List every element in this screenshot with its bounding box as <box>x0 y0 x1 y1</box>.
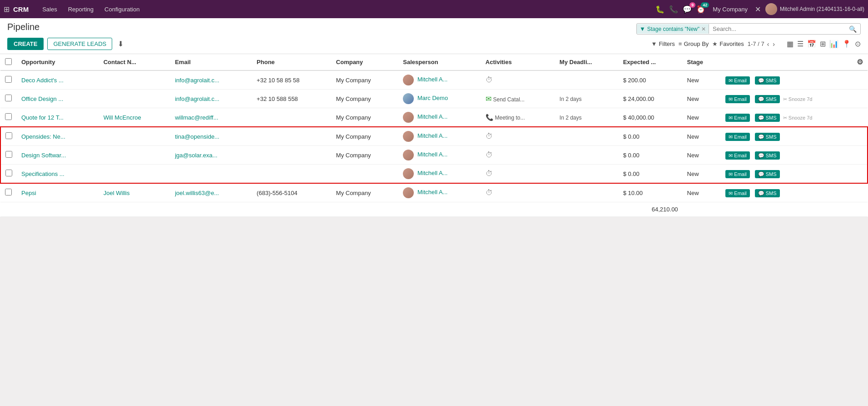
row-checkbox[interactable] <box>5 76 12 83</box>
phone-icon[interactable]: 📞 <box>669 5 678 14</box>
salesperson-cell: Mitchell A... <box>398 70 481 90</box>
user-menu[interactable]: Mitchell Admin (21404131-16-0-all) <box>765 3 864 15</box>
map-view-icon[interactable]: 📍 <box>842 40 851 48</box>
email-button[interactable]: ✉ Email <box>725 95 750 103</box>
sms-button[interactable]: 💬 SMS <box>755 114 780 122</box>
email-link[interactable]: joel.willis63@e... <box>175 190 219 196</box>
email-button[interactable]: ✉ Email <box>725 133 750 141</box>
email-button[interactable]: ✉ Email <box>725 189 750 197</box>
calendar-view-icon[interactable]: 📅 <box>807 40 816 48</box>
sms-button[interactable]: 💬 SMS <box>755 133 780 141</box>
opportunity-link[interactable]: Opensides: Ne... <box>21 133 65 140</box>
snooze-button[interactable]: ✂ Snooze 7d <box>783 115 813 120</box>
company-cell: My Company <box>332 183 399 202</box>
row-checkbox[interactable] <box>5 151 12 158</box>
email-link[interactable]: info@agrolait.c... <box>175 77 219 84</box>
stage-badge: New <box>687 95 699 102</box>
bug-icon[interactable]: 🐛 <box>655 5 665 14</box>
pipeline-table: Opportunity Contact N... Email Phone Com… <box>0 54 868 217</box>
col-expected: Expected ... <box>619 54 683 70</box>
row-checkbox[interactable] <box>5 132 12 139</box>
email-link[interactable]: info@agrolait.c... <box>175 95 219 102</box>
generate-leads-button[interactable]: GENERATE LEADS <box>47 38 112 50</box>
contact-link[interactable]: Joel Willis <box>104 190 130 196</box>
col-checkbox <box>0 54 17 70</box>
email-link[interactable]: willmac@rediff... <box>175 114 218 121</box>
col-stage: Stage <box>683 54 721 70</box>
salesperson-link[interactable]: Mitchell A... <box>417 76 447 83</box>
sms-button[interactable]: 💬 SMS <box>755 95 780 103</box>
company-cell <box>332 165 399 184</box>
contact-cell <box>99 165 170 184</box>
activity-icon[interactable]: ⏰ 42 <box>696 5 705 14</box>
chart-view-icon[interactable]: 📊 <box>829 40 838 48</box>
salesperson-link[interactable]: Mitchell A... <box>417 189 447 195</box>
next-page[interactable]: › <box>772 40 776 49</box>
kanban-view-icon[interactable]: ▦ <box>787 40 794 48</box>
row-checkbox[interactable] <box>5 170 12 176</box>
email-cell: tina@openside... <box>170 127 252 146</box>
list-view-icon[interactable]: ☰ <box>797 40 804 48</box>
email-button[interactable]: ✉ Email <box>725 76 750 85</box>
salesperson-link[interactable]: Mitchell A... <box>417 170 447 176</box>
groupby-button[interactable]: ≡ Group By <box>679 40 709 47</box>
column-settings-icon[interactable]: ⚙ <box>857 58 863 66</box>
email-link[interactable]: jga@solar.exa... <box>175 152 217 159</box>
app-name[interactable]: CRM <box>13 5 29 13</box>
email-link[interactable]: tina@openside... <box>175 133 219 140</box>
expected-cell: $ 0.00 <box>619 146 683 165</box>
email-button[interactable]: ✉ Email <box>725 170 750 178</box>
opportunity-link[interactable]: Design Softwar... <box>21 152 66 159</box>
sms-button[interactable]: 💬 SMS <box>755 189 780 197</box>
salesperson-link[interactable]: Mitchell A... <box>417 151 447 158</box>
search-tag-close[interactable]: ✕ <box>701 26 706 32</box>
salesperson-link[interactable]: Marc Demo <box>417 95 448 101</box>
grid-icon[interactable]: ⊞ <box>4 5 10 14</box>
activity-cell: ⏱ <box>481 165 555 184</box>
sms-button[interactable]: 💬 SMS <box>755 151 780 160</box>
salesperson-avatar <box>403 168 414 179</box>
snooze-button[interactable]: ✂ Snooze 7d <box>783 96 813 102</box>
chat-badge: 9 <box>689 2 695 8</box>
sms-button[interactable]: 💬 SMS <box>755 76 780 85</box>
salesperson-link[interactable]: Mitchell A... <box>417 132 447 139</box>
opportunity-cell: Pepsi <box>17 183 99 202</box>
favorites-button[interactable]: ★ Favorites <box>712 40 744 47</box>
opportunity-link[interactable]: Pepsi <box>21 190 36 196</box>
company-cell: My Company <box>332 108 399 127</box>
grid-view-icon[interactable]: ⊞ <box>820 40 826 48</box>
email-button[interactable]: ✉ Email <box>725 151 750 160</box>
chat-icon[interactable]: 💬 9 <box>683 5 692 14</box>
contact-link[interactable]: Will McEncroe <box>104 114 141 121</box>
salesperson-cell: Mitchell A... <box>398 165 481 184</box>
row-checkbox[interactable] <box>5 189 12 195</box>
salesperson-link[interactable]: Mitchell A... <box>417 113 447 120</box>
nav-configuration[interactable]: Configuration <box>100 4 144 15</box>
select-all-checkbox[interactable] <box>5 58 12 65</box>
salesperson-cell: Mitchell A... <box>398 146 481 165</box>
search-input[interactable] <box>709 24 845 34</box>
opportunity-link[interactable]: Specifications ... <box>21 170 64 177</box>
row-checkbox[interactable] <box>5 113 12 120</box>
email-button[interactable]: ✉ Email <box>725 114 750 122</box>
activity-view-icon[interactable]: ⊙ <box>855 40 861 48</box>
table-row: Specifications ... Mitchell A... ⏱ $ 0.0… <box>0 165 868 184</box>
search-icon[interactable]: 🔍 <box>845 25 860 33</box>
col-actions: ⚙ <box>721 54 868 70</box>
opportunity-link[interactable]: Deco Addict's ... <box>21 77 64 84</box>
contact-cell: Joel Willis <box>99 183 170 202</box>
email-cell: willmac@rediff... <box>170 108 252 127</box>
opportunity-link[interactable]: Office Design ... <box>21 95 63 102</box>
sms-button[interactable]: 💬 SMS <box>755 170 780 178</box>
filters-button[interactable]: ▼ Filters <box>651 40 675 47</box>
settings-icon[interactable]: ✕ <box>755 5 761 14</box>
page-title: Pipeline <box>7 22 40 32</box>
row-checkbox[interactable] <box>5 95 12 101</box>
prev-page[interactable]: ‹ <box>766 40 770 49</box>
topnav: ⊞ CRM Sales Reporting Configuration 🐛 📞 … <box>0 0 868 18</box>
nav-sales[interactable]: Sales <box>38 4 62 15</box>
download-icon[interactable]: ⬇ <box>116 38 125 50</box>
opportunity-link[interactable]: Quote for 12 T... <box>21 114 64 121</box>
create-button[interactable]: CREATE <box>7 38 44 50</box>
nav-reporting[interactable]: Reporting <box>64 4 98 15</box>
